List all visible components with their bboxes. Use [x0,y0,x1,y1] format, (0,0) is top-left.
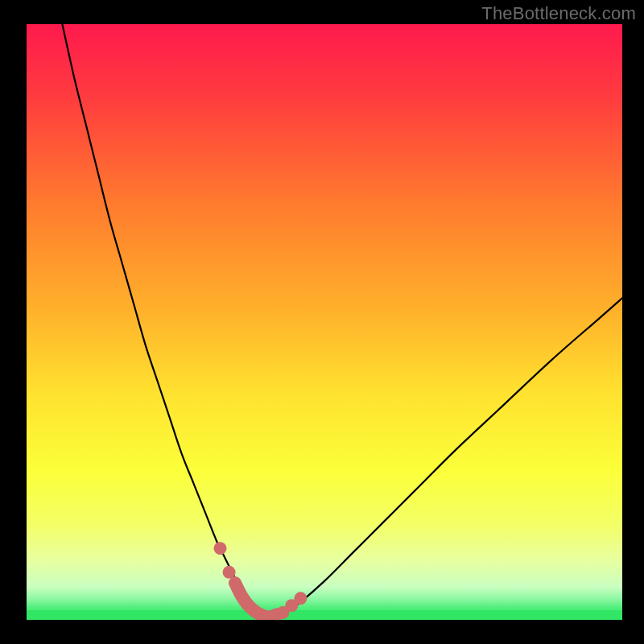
green-bottom-strip [27,610,622,620]
watermark-text: TheBottleneck.com [481,3,636,24]
gradient-background [27,24,622,620]
highlight-dot [223,566,236,579]
plot-area [27,24,622,620]
bottleneck-chart [27,24,622,620]
chart-frame: TheBottleneck.com [0,0,644,644]
highlight-dot [294,592,307,605]
highlight-dot [214,542,227,555]
